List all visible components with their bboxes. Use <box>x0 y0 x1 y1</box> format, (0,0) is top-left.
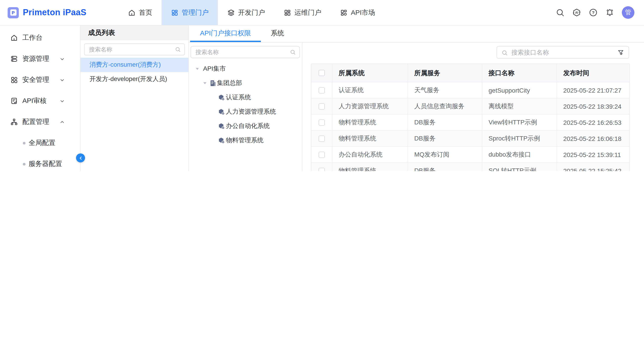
cell-publish-time: 2025-05-22 15:25:42 <box>556 163 630 171</box>
sidebar-item-label: 配置管理 <box>22 118 49 126</box>
tree-node-group-hq[interactable]: 集团总部 <box>189 76 302 90</box>
row-checkbox[interactable] <box>318 152 325 158</box>
member-item-consumer[interactable]: 消费方-consumer(消费方) <box>80 58 188 72</box>
sidebar-subitem-label: 全局配置 <box>29 139 56 147</box>
nav-item-dev-portal[interactable]: 开发门户 <box>218 0 274 25</box>
tree-node-label: 认证系统 <box>226 94 251 102</box>
search-icon <box>502 50 508 56</box>
ai-icon[interactable]: AI <box>572 8 581 17</box>
cell-publish-time: 2025-05-22 18:39:24 <box>556 98 630 114</box>
nav-item-api-market[interactable]: API市场 <box>330 0 384 25</box>
nav-item-label: API市场 <box>351 8 375 17</box>
table-row[interactable]: 人力资源管理系统 人员信息查询服务 离线模型 2025-05-22 18:39:… <box>311 98 630 114</box>
tab-api-portal-permission[interactable]: API门户接口权限 <box>190 26 261 42</box>
svg-text:?: ? <box>592 10 594 15</box>
sidebar-item-resources[interactable]: 资源管理 <box>0 48 80 69</box>
chevron-down-icon <box>60 56 65 62</box>
nav-item-ops-portal[interactable]: 运维门户 <box>274 0 330 25</box>
cell-api-name: View转HTTP示例 <box>482 114 556 130</box>
column-header: 接口名称 <box>482 64 556 82</box>
member-search-input[interactable] <box>84 44 185 56</box>
tree-node-system[interactable]: 物料管理系统 <box>189 133 302 148</box>
row-checkbox[interactable] <box>318 87 325 93</box>
sidebar-item-config[interactable]: 配置管理 <box>0 112 80 132</box>
sidebar-item-label: API审核 <box>22 97 46 105</box>
api-table: 所属系统 所属服务 接口名称 发布时间 认证系统 天气服务 getSupport… <box>311 64 630 171</box>
system-cube-icon <box>218 137 225 144</box>
tree-search-input[interactable] <box>190 46 300 58</box>
sidebar-item-security[interactable]: 安全管理 <box>0 69 80 90</box>
caret-down-icon[interactable] <box>203 81 207 86</box>
cell-service: 天气服务 <box>408 82 482 98</box>
member-item-developer[interactable]: 开发方-developer(开发人员) <box>80 72 188 86</box>
tree: API集市 集团总部 认证系统 人力资源 <box>189 62 302 148</box>
cell-publish-time: 2025-05-22 16:06:18 <box>556 131 630 146</box>
api-search-input[interactable] <box>497 46 628 58</box>
bell-icon[interactable] <box>605 8 614 17</box>
sidebar: 工作台 资源管理 安全管理 API审核 配置管理 <box>0 26 80 171</box>
tab-content: API集市 集团总部 认证系统 人力资源 <box>189 42 644 171</box>
sidebar-subitem-label: 服务器配置 <box>29 160 62 168</box>
sidebar-collapse-toggle[interactable] <box>76 154 85 162</box>
select-all-checkbox[interactable] <box>318 70 325 76</box>
servers-icon <box>10 55 18 63</box>
sidebar-subitem-server-config[interactable]: 服务器配置 <box>0 154 80 171</box>
search-icon[interactable] <box>556 8 564 17</box>
tree-node-api-market[interactable]: API集市 <box>189 62 302 76</box>
table-row[interactable]: 物料管理系统 DB服务 View转HTTP示例 2025-05-22 16:26… <box>311 114 630 131</box>
layers-icon <box>227 9 235 16</box>
tree-node-system[interactable]: 认证系统 <box>189 90 302 105</box>
market-grid-icon <box>340 9 348 16</box>
api-search <box>496 46 629 58</box>
grid-icon <box>10 76 18 84</box>
tree-node-label: 人力资源管理系统 <box>226 108 276 116</box>
brand-letter: P <box>10 10 16 16</box>
nav-item-label: 管理门户 <box>182 8 208 17</box>
cell-service: MQ发布订阅 <box>408 147 482 162</box>
sidebar-item-api-audit[interactable]: API审核 <box>0 90 80 112</box>
tree-node-label: 集团总部 <box>217 79 242 87</box>
cell-system: 物料管理系统 <box>332 163 408 171</box>
brand: P Primeton iPaaS <box>8 7 86 18</box>
tab-system[interactable]: 系统 <box>261 26 294 42</box>
row-checkbox[interactable] <box>318 103 325 110</box>
brand-name: Primeton iPaaS <box>23 8 86 18</box>
cell-system: 认证系统 <box>332 82 408 98</box>
row-checkbox[interactable] <box>318 135 325 142</box>
chevron-up-icon <box>60 119 65 124</box>
app-root: P Primeton iPaaS 首页 管理门户 开发门户 运维门户 <box>0 0 644 171</box>
user-avatar[interactable]: 管 <box>622 6 634 19</box>
column-header: 发布时间 <box>556 64 630 82</box>
cell-service: DB服务 <box>408 114 482 130</box>
nav-right-actions: AI ? 管 <box>556 6 634 19</box>
row-checkbox[interactable] <box>318 119 325 126</box>
system-cube-icon <box>218 122 225 130</box>
table-row[interactable]: 办公自动化系统 MQ发布订阅 dubbo发布接口 2025-05-22 15:3… <box>311 147 630 163</box>
table-row[interactable]: 物料管理系统 DB服务 Sproc转HTTP示例 2025-05-22 16:0… <box>311 131 630 147</box>
hierarchy-icon <box>10 118 18 126</box>
doc-check-icon <box>10 97 18 105</box>
tree-node-system[interactable]: 人力资源管理系统 <box>189 105 302 119</box>
system-cube-icon <box>218 108 225 116</box>
help-icon[interactable]: ? <box>589 8 598 17</box>
member-panel: 成员列表 消费方-consumer(消费方) 开发方-developer(开发人… <box>80 26 189 171</box>
bullet-dot <box>23 142 26 144</box>
sidebar-item-workbench[interactable]: 工作台 <box>0 27 80 48</box>
member-panel-header: 成员列表 <box>80 26 188 40</box>
chevron-down-icon <box>60 98 65 104</box>
cell-system: 办公自动化系统 <box>332 147 408 162</box>
table-row[interactable]: 认证系统 天气服务 getSupportCity 2025-05-22 21:0… <box>311 82 630 98</box>
column-header: 所属服务 <box>408 64 482 82</box>
bullet-dot <box>23 162 26 165</box>
table-row[interactable]: 物料管理系统 DB服务 SQL转HTTP示例 2025-05-22 15:25:… <box>311 163 630 171</box>
nav-item-home[interactable]: 首页 <box>118 0 162 25</box>
table-header: 所属系统 所属服务 接口名称 发布时间 <box>311 64 630 82</box>
row-checkbox[interactable] <box>318 168 325 171</box>
cell-service: 人员信息查询服务 <box>408 98 482 114</box>
tree-node-system[interactable]: 办公自动化系统 <box>189 119 302 133</box>
nav-item-admin-portal[interactable]: 管理门户 <box>162 0 218 25</box>
sidebar-subitem-global-config[interactable]: 全局配置 <box>0 132 80 154</box>
caret-down-icon[interactable] <box>195 67 200 71</box>
chevron-left-icon <box>78 156 83 160</box>
filter-funnel-icon[interactable] <box>618 49 624 56</box>
